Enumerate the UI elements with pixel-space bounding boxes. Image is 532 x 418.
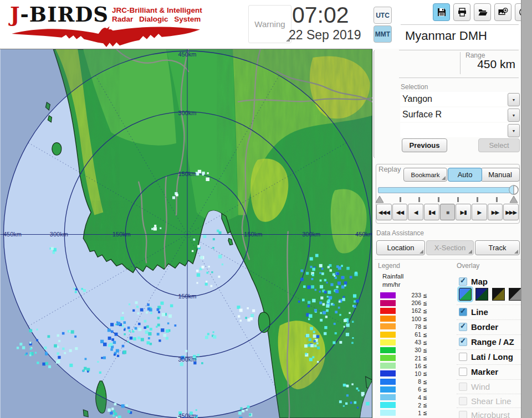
legend-value: 6 xyxy=(399,386,421,393)
radar-map-image: 450km300km150km150km300km450km450km300km… xyxy=(0,49,372,418)
overlay-item-border[interactable]: ✓Border xyxy=(457,319,522,333)
ring-label: 300km xyxy=(178,356,197,363)
legend-value: 162 xyxy=(399,307,421,314)
checkbox[interactable] xyxy=(459,383,467,391)
overlay-item-microburst[interactable]: Microburst xyxy=(457,407,522,418)
ring-label: 150km xyxy=(178,293,197,300)
control-panel: Range 450 km Selection Yangon ▼ Surface … xyxy=(375,49,522,418)
checkbox[interactable]: ✓ xyxy=(459,323,467,331)
open-folder-button[interactable] xyxy=(474,3,491,21)
legend-suffix-icon: ≦ xyxy=(423,386,427,393)
panel-scrollbar[interactable]: ◀ xyxy=(521,0,532,418)
location-button[interactable]: Location xyxy=(376,240,425,255)
radar-map[interactable]: 450km300km150km150km300km450km450km300km… xyxy=(0,49,372,418)
open-folder-icon xyxy=(478,7,488,17)
legend-row: 162≦ xyxy=(380,307,431,314)
save-icon xyxy=(437,7,447,17)
legend-value: 16 xyxy=(399,363,421,369)
legend-suffix-icon: ≦ xyxy=(423,323,427,329)
bookmark-button[interactable]: Bookmark xyxy=(403,168,447,182)
ring-label: 450km xyxy=(178,412,197,418)
transport-button-2[interactable]: ◀ xyxy=(408,204,423,220)
checkbox[interactable] xyxy=(459,397,467,405)
legend-suffix-icon: ≦ xyxy=(423,355,427,361)
legend-value: 78 xyxy=(399,323,421,330)
legend-quantity: Rainfall xyxy=(382,273,403,280)
map-style-button-2[interactable] xyxy=(492,288,505,301)
legend-suffix-icon: ≦ xyxy=(423,339,427,345)
ring-label: 450km xyxy=(178,51,197,58)
print-button[interactable] xyxy=(453,3,470,21)
legend-value: 100 xyxy=(399,316,421,322)
legend-swatch xyxy=(380,402,396,408)
transport-button-0[interactable]: ◀◀◀ xyxy=(376,204,392,220)
legend-row: 61≦ xyxy=(380,331,431,338)
transport-button-3[interactable]: ▮◀ xyxy=(424,204,439,220)
mmt-button[interactable]: MMT xyxy=(374,25,392,43)
map-style-button-0[interactable] xyxy=(459,288,472,301)
overlay-item-range-az[interactable]: ✓Range / AZ xyxy=(457,334,522,348)
legend-suffix-icon: ≦ xyxy=(423,410,427,416)
checkbox[interactable]: ✓ xyxy=(459,338,467,346)
slider-tick xyxy=(418,197,420,202)
legend-row: 233≦ xyxy=(380,291,431,299)
map-style-button-1[interactable] xyxy=(475,288,488,301)
legend-row: 30≦ xyxy=(380,346,431,354)
legend-swatch xyxy=(380,332,396,338)
transport-button-1[interactable]: ◀◀ xyxy=(392,204,408,220)
legend-row: 78≦ xyxy=(380,323,431,331)
legend-swatch xyxy=(380,394,396,400)
legend-row: 206≦ xyxy=(380,299,431,307)
overlay-item-lati-long[interactable]: Lati / Long xyxy=(457,349,522,363)
checkbox[interactable] xyxy=(459,353,467,361)
utc-button[interactable]: UTC xyxy=(374,7,392,24)
toolbar: ? xyxy=(433,3,532,21)
transport-button-4[interactable]: ■ xyxy=(440,204,456,220)
legend-row: 6≦ xyxy=(380,385,431,393)
checkbox[interactable] xyxy=(459,411,467,418)
overlay-item-wind[interactable]: Wind xyxy=(457,379,522,393)
data-assistance-label: Data Assistance xyxy=(376,229,424,237)
ring-label: 450km xyxy=(355,231,372,238)
ring-label: 300km xyxy=(178,110,197,116)
checkbox[interactable]: ✓ xyxy=(459,277,467,286)
overlay-item-shear-line[interactable]: Shear Line xyxy=(457,394,522,407)
save-button[interactable] xyxy=(433,3,450,21)
ring-label: 150km xyxy=(112,231,131,238)
legend-suffix-icon: ≦ xyxy=(423,347,427,353)
legend-swatch xyxy=(380,370,396,376)
legend-suffix-icon: ≦ xyxy=(423,300,427,306)
check-icon: ✓ xyxy=(460,337,466,345)
check-icon: ✓ xyxy=(460,307,466,315)
ring-label: 150km xyxy=(244,231,262,238)
legend-suffix-icon: ≦ xyxy=(423,379,427,385)
legend-swatch xyxy=(380,410,396,416)
auto-button[interactable]: Auto xyxy=(448,168,482,182)
overlay-item-marker[interactable]: Marker xyxy=(457,364,522,378)
warning-button[interactable]: Warning xyxy=(248,5,291,43)
slider-tick xyxy=(400,197,401,202)
checkbox[interactable] xyxy=(459,368,467,376)
legend-title: Legend xyxy=(378,262,400,270)
overlay-label: Microburst xyxy=(471,410,510,418)
legend-row: 16≦ xyxy=(380,362,431,370)
jbirds-logo: J-BIRDS JRC-Brilliant & Intelligent Rada… xyxy=(6,1,205,48)
map-style-button-3[interactable] xyxy=(509,288,521,301)
legend-value: 8 xyxy=(399,378,421,385)
ring-label: 150km xyxy=(178,171,197,177)
add-image-icon xyxy=(498,7,508,17)
add-image-button[interactable] xyxy=(494,3,511,21)
overlay-item-line[interactable]: ✓Line xyxy=(457,305,522,318)
checkbox[interactable]: ✓ xyxy=(459,308,467,316)
header: J-BIRDS JRC-Brilliant & Intelligent Rada… xyxy=(0,0,532,49)
overlay-item-map[interactable]: ✓Map xyxy=(457,275,522,288)
warning-label: Warning xyxy=(254,19,285,29)
logo-tagline-1: JRC-Brilliant & Intelligent xyxy=(112,6,202,15)
previous-button[interactable]: Previous xyxy=(402,138,447,152)
slider-start-marker[interactable] xyxy=(376,196,383,203)
legend-suffix-icon: ≦ xyxy=(423,316,427,322)
legend-value: 43 xyxy=(399,339,421,345)
header-divider xyxy=(401,24,519,25)
legend-swatch xyxy=(380,379,396,385)
ring-label: 300km xyxy=(302,231,320,238)
